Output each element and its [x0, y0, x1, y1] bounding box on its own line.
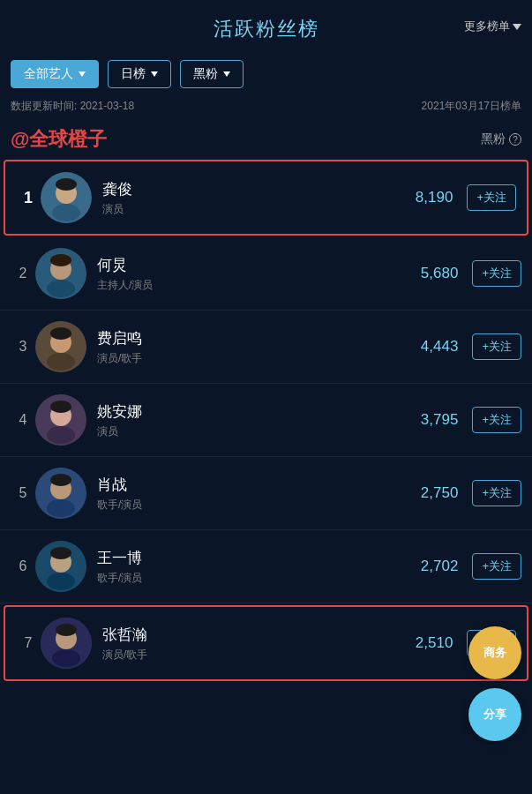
person-name: 龚俊 — [102, 179, 404, 199]
score: 5,680 — [409, 265, 458, 282]
avatar — [35, 248, 86, 299]
list-item: 3 费启鸣 演员/歌手 4,443 +关注 — [0, 311, 532, 384]
follow-button[interactable]: +关注 — [467, 184, 516, 211]
fab-container: 商务 分享 — [468, 626, 521, 741]
page-header: 活跃粉丝榜 更多榜单 — [0, 0, 532, 53]
person-info: 姚安娜 演员 — [97, 401, 409, 439]
filter-period-label: 日榜 — [121, 66, 146, 82]
info-icon: ? — [509, 133, 521, 146]
follow-button[interactable]: +关注 — [472, 553, 521, 580]
follow-button[interactable]: +关注 — [472, 333, 521, 360]
filter-type-arrow-icon — [79, 71, 86, 77]
rank-number: 1 — [16, 189, 41, 207]
filter-blackfan-arrow-icon — [223, 71, 230, 77]
list-item: 4 姚安娜 演员 3,795 +关注 — [0, 384, 532, 457]
business-fab-button[interactable]: 商务 — [468, 626, 521, 679]
filter-period-button[interactable]: 日榜 — [108, 60, 171, 88]
svg-point-17 — [47, 426, 75, 444]
rank-number: 7 — [16, 635, 41, 651]
ranking-list: 1 龚俊 演员 8,190 +关注 2 何炅 主持人 — [0, 160, 532, 681]
avatar — [35, 321, 86, 372]
person-role: 演员/歌手 — [102, 648, 404, 663]
person-info: 费启鸣 演员/歌手 — [97, 328, 409, 366]
filter-period-arrow-icon — [151, 71, 158, 77]
score: 8,190 — [404, 189, 453, 206]
list-item: 2 何炅 主持人/演员 5,680 +关注 — [0, 237, 532, 311]
person-role: 主持人/演员 — [97, 278, 409, 293]
list-item: 6 王一博 歌手/演员 2,702 +关注 — [0, 530, 532, 603]
blackfan-section-label: 黑粉 ? — [481, 131, 521, 147]
person-info: 王一博 歌手/演员 — [97, 548, 409, 586]
avatar — [35, 468, 86, 519]
rank-number: 4 — [11, 412, 35, 428]
update-time-right: 2021年03月17日榜单 — [422, 99, 521, 114]
filter-row: 全部艺人 日榜 黑粉 — [0, 53, 532, 95]
more-list-button[interactable]: 更多榜单 — [464, 19, 521, 34]
avatar — [41, 172, 92, 223]
rank-number: 2 — [11, 266, 35, 281]
person-role: 歌手/演员 — [97, 571, 409, 586]
rank-number: 6 — [11, 558, 35, 574]
person-role: 演员 — [97, 424, 409, 439]
person-info: 何炅 主持人/演员 — [97, 255, 409, 293]
svg-point-12 — [47, 353, 75, 371]
person-name: 王一博 — [97, 548, 409, 568]
data-update-row: 数据更新时间: 2021-03-18 2021年03月17日榜单 — [0, 95, 532, 119]
page-title: 活跃粉丝榜 — [214, 18, 319, 40]
filter-type-button[interactable]: 全部艺人 — [11, 60, 99, 88]
list-item: 1 龚俊 演员 8,190 +关注 — [4, 160, 528, 236]
blackfan-text: 黑粉 — [481, 131, 506, 147]
svg-point-9 — [50, 254, 71, 266]
filter-blackfan-button[interactable]: 黑粉 — [180, 60, 244, 88]
rank-number: 3 — [11, 339, 35, 355]
follow-button[interactable]: +关注 — [472, 407, 521, 433]
list-item: 5 肖战 歌手/演员 2,750 +关注 — [0, 457, 532, 530]
person-info: 张哲瀚 演员/歌手 — [102, 625, 404, 663]
score: 4,443 — [409, 338, 458, 356]
svg-point-29 — [50, 547, 71, 559]
share-fab-button[interactable]: 分享 — [468, 688, 521, 741]
chevron-down-icon — [513, 24, 521, 30]
svg-point-19 — [50, 401, 71, 413]
score: 2,510 — [404, 634, 453, 652]
at-label: @全球橙子 — [11, 126, 107, 153]
person-name: 肖战 — [97, 475, 409, 495]
more-list-label: 更多榜单 — [464, 19, 510, 34]
person-name: 费启鸣 — [97, 328, 409, 348]
svg-point-4 — [56, 178, 77, 191]
filter-type-label: 全部艺人 — [24, 66, 73, 82]
person-name: 何炅 — [97, 255, 409, 275]
list-item: 7 张哲瀚 演员/歌手 2,510 +关注 — [4, 605, 528, 681]
score: 2,702 — [409, 558, 458, 575]
score: 2,750 — [409, 484, 458, 502]
follow-button[interactable]: +关注 — [472, 480, 521, 506]
person-role: 演员/歌手 — [97, 351, 409, 366]
avatar — [41, 618, 92, 669]
filter-blackfan-label: 黑粉 — [193, 66, 218, 82]
svg-point-2 — [52, 204, 80, 221]
svg-point-22 — [47, 499, 75, 517]
avatar — [35, 394, 86, 446]
follow-button[interactable]: +关注 — [472, 260, 521, 287]
person-role: 演员 — [102, 202, 404, 217]
svg-point-34 — [56, 624, 77, 636]
person-role: 歌手/演员 — [97, 498, 409, 513]
section-header: @全球橙子 黑粉 ? — [0, 119, 532, 158]
person-name: 姚安娜 — [97, 401, 409, 422]
update-time-left: 数据更新时间: 2021-03-18 — [11, 99, 134, 114]
avatar — [35, 541, 86, 592]
score: 3,795 — [409, 411, 458, 429]
rank-number: 5 — [11, 485, 35, 501]
person-info: 龚俊 演员 — [102, 179, 404, 217]
svg-point-27 — [47, 573, 75, 590]
person-info: 肖战 歌手/演员 — [97, 475, 409, 513]
svg-point-14 — [50, 327, 71, 340]
person-name: 张哲瀚 — [102, 625, 404, 645]
svg-point-7 — [47, 280, 75, 297]
svg-point-24 — [50, 474, 71, 486]
svg-point-32 — [52, 649, 80, 667]
